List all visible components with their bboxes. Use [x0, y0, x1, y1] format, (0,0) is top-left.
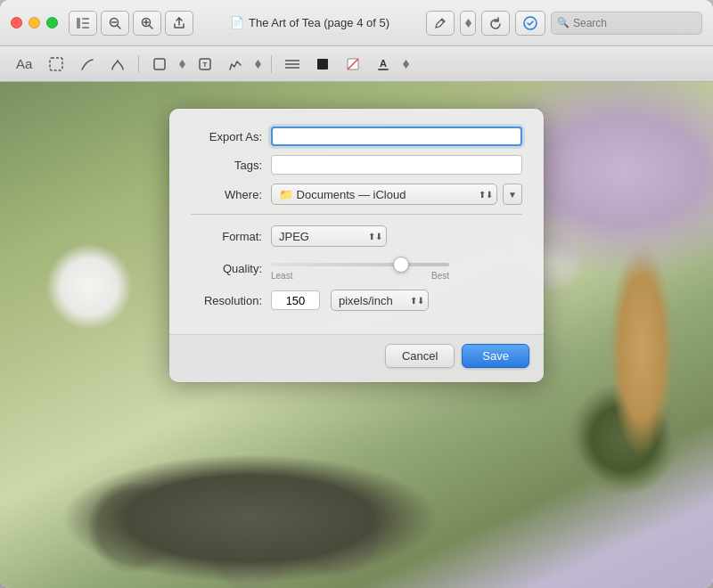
where-row: Where: 📁 Documents — iCloud Desktop Down…	[191, 184, 522, 205]
title-bar: 📄 The Art of Tea (page 4 of 5)	[0, 0, 713, 46]
format-label: Format:	[191, 230, 271, 243]
annotate-button[interactable]	[426, 11, 455, 36]
content-area: Export As: Tags: Where:	[0, 82, 713, 588]
where-label: Where:	[191, 188, 271, 201]
document-icon: 📄	[230, 16, 244, 29]
export-as-label: Export As:	[191, 130, 271, 143]
svg-rect-20	[317, 59, 328, 69]
where-expand-button[interactable]: ▼	[503, 184, 522, 205]
where-select[interactable]: 📁 Documents — iCloud Desktop Downloads i…	[271, 184, 497, 205]
quality-slider-container: Least Best	[271, 256, 449, 281]
maximize-button[interactable]	[46, 17, 58, 29]
minimize-button[interactable]	[29, 17, 40, 29]
align-button[interactable]	[280, 56, 305, 72]
svg-rect-14	[154, 59, 165, 69]
draw-button[interactable]	[105, 54, 130, 74]
format-select-wrapper: JPEG PNG TIFF PDF ⬆⬇	[271, 225, 387, 247]
font-color-dropdown[interactable]	[401, 57, 411, 71]
svg-text:T: T	[203, 61, 208, 69]
text-button[interactable]: T	[193, 54, 217, 74]
zoom-in-button[interactable]	[133, 11, 161, 36]
export-dialog: Export As: Tags: Where:	[169, 109, 544, 382]
sign-dropdown[interactable]	[253, 57, 263, 71]
sidebar-toggle-button[interactable]	[69, 11, 97, 36]
tags-input[interactable]	[271, 155, 522, 175]
dialog-backdrop: Export As: Tags: Where:	[0, 82, 713, 588]
divider1	[138, 55, 139, 73]
traffic-lights	[11, 17, 58, 29]
dialog-footer: Cancel Save	[169, 334, 544, 382]
sign-button[interactable]	[223, 54, 248, 74]
where-wrapper: 📁 Documents — iCloud Desktop Downloads i…	[271, 184, 497, 205]
app-window: 📄 The Art of Tea (page 4 of 5)	[0, 0, 713, 588]
export-as-input[interactable]	[271, 127, 522, 146]
sketch-button[interactable]	[75, 54, 100, 74]
title-area: 📄 The Art of Tea (page 4 of 5)	[193, 16, 426, 29]
quality-slider[interactable]	[271, 263, 449, 266]
cancel-button[interactable]: Cancel	[385, 344, 455, 368]
quality-slider-wrapper: Least Best	[271, 256, 449, 281]
svg-rect-2	[82, 22, 89, 24]
search-wrapper: 🔍	[551, 12, 702, 35]
shapes-button[interactable]	[147, 54, 172, 74]
resolution-row: Resolution: pixels/inch pixels/cm ⬆⬇	[191, 290, 522, 311]
where-selector-wrapper: 📁 Documents — iCloud Desktop Downloads i…	[271, 184, 522, 205]
where-select-wrapper: 📁 Documents — iCloud Desktop Downloads i…	[271, 184, 497, 205]
border-color-button[interactable]	[310, 54, 335, 74]
tags-label: Tags:	[191, 159, 271, 172]
svg-rect-13	[50, 58, 62, 70]
svg-text:A: A	[380, 58, 387, 69]
toolbar-right: 🔍	[426, 11, 702, 36]
unit-select[interactable]: pixels/inch pixels/cm	[331, 290, 429, 311]
tags-row: Tags:	[191, 155, 522, 175]
markup-button[interactable]	[515, 11, 545, 36]
annotate-dropdown[interactable]	[460, 11, 476, 36]
dialog-body: Export As: Tags: Where:	[169, 109, 544, 334]
export-as-row: Export As:	[191, 127, 522, 146]
zoom-out-button[interactable]	[101, 11, 129, 36]
window-title: The Art of Tea (page 4 of 5)	[249, 16, 389, 29]
resolution-label: Resolution:	[191, 294, 271, 307]
quality-row: Quality: Least Best	[191, 256, 522, 281]
svg-rect-3	[82, 27, 89, 29]
search-input[interactable]	[551, 12, 702, 35]
resolution-input[interactable]	[271, 290, 320, 310]
save-button[interactable]: Save	[462, 344, 529, 368]
font-button[interactable]: Aa	[11, 53, 37, 74]
section-divider	[191, 214, 522, 215]
close-button[interactable]	[11, 17, 22, 29]
share-button[interactable]	[165, 11, 193, 36]
format-select[interactable]: JPEG PNG TIFF PDF	[271, 225, 387, 247]
font-color-button[interactable]: A	[371, 54, 396, 74]
unit-select-wrapper: pixels/inch pixels/cm ⬆⬇	[331, 290, 429, 311]
quality-min-label: Least	[271, 271, 292, 281]
quality-max-label: Best	[431, 271, 449, 281]
svg-line-8	[150, 25, 153, 29]
resolution-controls: pixels/inch pixels/cm ⬆⬇	[271, 290, 429, 311]
select-button[interactable]	[43, 53, 70, 75]
format-row: Format: JPEG PNG TIFF PDF ⬆⬇	[191, 225, 522, 247]
svg-rect-1	[82, 18, 89, 20]
fill-color-button[interactable]	[340, 54, 365, 74]
toolbar-left	[69, 11, 193, 36]
shapes-dropdown[interactable]	[177, 57, 187, 71]
toolbar2: Aa T	[0, 46, 713, 82]
svg-rect-24	[378, 69, 389, 70]
svg-rect-0	[77, 18, 80, 29]
svg-line-5	[118, 25, 121, 29]
rotate-button[interactable]	[481, 11, 510, 36]
divider2	[271, 55, 272, 73]
quality-label: Quality:	[191, 262, 271, 275]
